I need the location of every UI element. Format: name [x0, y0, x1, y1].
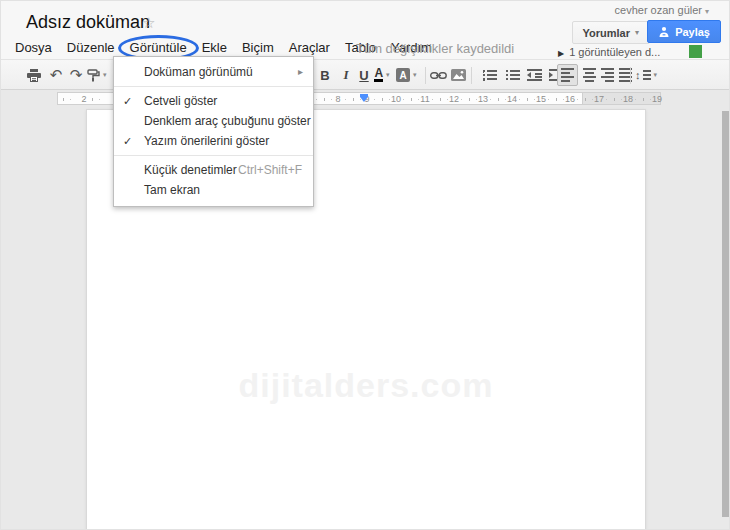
decrease-indent-button[interactable]: [525, 64, 543, 86]
document-area: 278910111213141516171819 dijitalders.com: [1, 90, 730, 530]
menu-separator: [114, 86, 313, 87]
menu-biçim[interactable]: Biçim: [236, 39, 280, 57]
print-button[interactable]: [25, 64, 43, 86]
redo-button[interactable]: ↷: [67, 64, 85, 86]
menu-dosya[interactable]: Dosya: [9, 39, 58, 57]
google-docs-window: cevher ozan güler▾ Adsız doküman ☆ Yorum…: [0, 0, 730, 530]
insert-link-button[interactable]: [429, 64, 447, 86]
align-left-icon: [561, 66, 574, 84]
chevron-down-icon: ▾: [386, 71, 390, 79]
watermark: dijitalders.com: [87, 366, 645, 405]
account-name: cevher ozan güler: [615, 4, 702, 16]
ruler-tick: [519, 99, 520, 100]
ruler-tick: [324, 98, 325, 101]
align-center-button[interactable]: [579, 64, 599, 86]
ruler-tick: [606, 99, 607, 100]
ruler-number: 14: [507, 94, 517, 104]
ruler-tick: [614, 98, 615, 101]
ruler-tick: [63, 98, 64, 101]
align-justify-button[interactable]: [615, 64, 635, 86]
account-menu[interactable]: cevher ozan güler▾: [615, 4, 709, 16]
ruler-number: 17: [594, 94, 604, 104]
menu-shortcut: Ctrl+Shift+F: [238, 160, 302, 180]
ruler-tick: [650, 99, 651, 100]
document-title[interactable]: Adsız doküman: [26, 12, 150, 33]
highlight-color-icon: A: [396, 68, 410, 82]
presence-avatar[interactable]: [689, 45, 702, 58]
ruler-tick: [447, 99, 448, 100]
ruler-tick: [345, 99, 346, 100]
comments-button[interactable]: Yorumlar ▾: [572, 21, 651, 44]
chevron-down-icon: ▾: [705, 7, 709, 16]
star-icon[interactable]: ☆: [142, 14, 155, 32]
share-button[interactable]: Paylaş: [647, 20, 721, 43]
view-menu-item[interactable]: Denklem araç çubuğunu göster: [114, 111, 313, 131]
ruler-number: 11: [420, 94, 429, 104]
viewers-indicator[interactable]: ▶1 görüntüleyen d...: [558, 46, 660, 58]
bold-button[interactable]: B: [316, 64, 334, 86]
ruler-tick: [403, 99, 404, 100]
align-right-button[interactable]: [597, 64, 617, 86]
menu-item-label: Küçük denetimler: [144, 163, 237, 177]
comments-label: Yorumlar: [583, 27, 630, 39]
ruler-tick: [592, 99, 593, 100]
paint-format-button[interactable]: ▾: [87, 64, 107, 86]
save-status[interactable]: Tüm değişiklikler kaydedildi: [356, 41, 514, 56]
numbered-list-button[interactable]: [480, 64, 498, 86]
ruler-number: 16: [565, 94, 575, 104]
ruler-tick: [70, 99, 71, 100]
ruler-tick: [382, 98, 383, 101]
numbered-list-icon: [482, 69, 497, 81]
ruler-tick: [374, 99, 375, 100]
insert-image-button[interactable]: [449, 64, 467, 86]
ruler-tick: [389, 99, 390, 100]
text-color-button[interactable]: A ▾: [373, 64, 391, 86]
ruler-tick: [461, 99, 462, 100]
view-menu-dropdown: Doküman görünümü▸✓Cetveli gösterDenklem …: [113, 56, 314, 207]
link-icon: [430, 71, 447, 80]
ruler-number: 2: [81, 94, 86, 104]
ruler-number: 15: [536, 94, 546, 104]
italic-button[interactable]: I: [337, 64, 355, 86]
view-menu-item[interactable]: Doküman görünümü▸: [114, 62, 313, 82]
ruler-number: 13: [478, 94, 488, 104]
menu-item-label: Denklem araç çubuğunu göster: [144, 114, 311, 128]
view-menu-item[interactable]: ✓Cetveli göster: [114, 91, 313, 111]
vertical-scrollbar[interactable]: [722, 111, 730, 517]
image-icon: [451, 69, 466, 81]
line-spacing-icon: ↕: [635, 69, 641, 81]
menu-düzenle[interactable]: Düzenle: [61, 39, 121, 57]
ruler-tick: [577, 99, 578, 100]
undo-button[interactable]: ↶: [47, 64, 65, 86]
menu-item-label: Tam ekran: [144, 183, 200, 197]
view-menu-item[interactable]: ✓Yazım önerilerini göster: [114, 131, 313, 151]
menu-item-label: Cetveli göster: [144, 94, 217, 108]
align-center-icon: [583, 66, 596, 84]
view-menu-list: Doküman görünümü▸✓Cetveli gösterDenklem …: [114, 62, 313, 200]
chevron-down-icon: ▾: [413, 71, 417, 79]
underline-button[interactable]: U: [355, 64, 373, 86]
align-left-button[interactable]: [557, 64, 578, 86]
menu-ekle[interactable]: Ekle: [196, 39, 233, 57]
highlight-color-button[interactable]: A ▾: [396, 64, 417, 86]
ruler-tick: [316, 99, 317, 100]
ruler-tick: [621, 99, 622, 100]
ruler-tick: [92, 98, 93, 101]
ruler-tick: [635, 99, 636, 100]
ruler-tick: [585, 98, 586, 101]
ruler-tick: [476, 99, 477, 100]
menu-araçlar[interactable]: Araçlar: [283, 39, 336, 57]
bulleted-list-button[interactable]: [503, 64, 521, 86]
view-menu-item[interactable]: Küçük denetimlerCtrl+Shift+F: [114, 160, 313, 180]
indent-marker[interactable]: [360, 94, 368, 102]
align-right-icon: [601, 66, 614, 84]
toolbar-separator: [425, 67, 426, 84]
line-spacing-button[interactable]: ↕ ▾: [635, 64, 657, 86]
ruler-number: 19: [652, 94, 662, 104]
bulleted-list-icon: [505, 69, 520, 81]
menu-görüntüle[interactable]: Görüntüle: [124, 39, 193, 57]
view-menu-item[interactable]: Tam ekran: [114, 180, 313, 200]
ruler-tick: [469, 98, 470, 101]
ruler-tick: [490, 99, 491, 100]
redo-icon: ↷: [70, 66, 83, 84]
